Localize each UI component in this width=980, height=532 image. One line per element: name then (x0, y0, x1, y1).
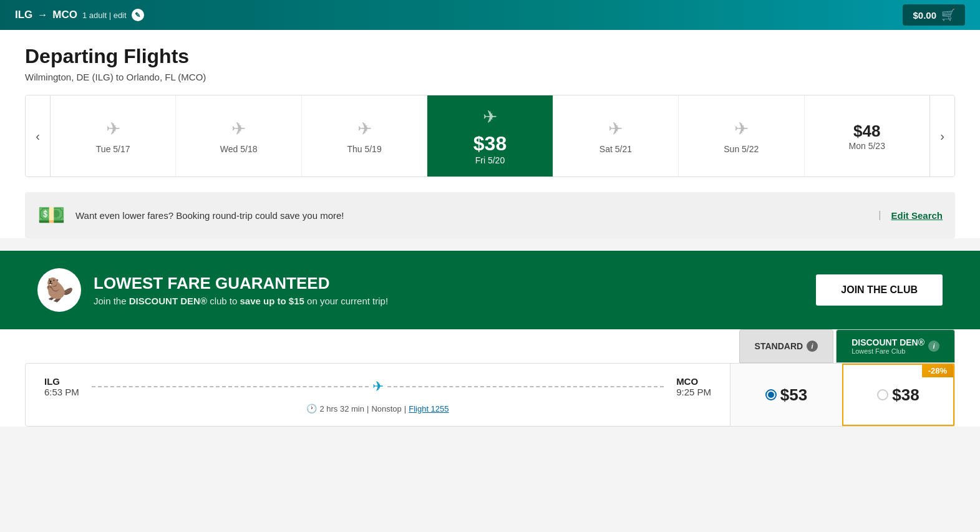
trip-meta: 1 adult | edit (82, 11, 127, 20)
edit-search-link[interactable]: Edit Search (891, 210, 943, 221)
cart-amount: $0.00 (913, 10, 936, 21)
mascot-emoji: 🦫 (46, 277, 74, 303)
flight-stops: Nonstop (371, 404, 401, 414)
promo-desc-mid: club to (210, 296, 240, 306)
origin-code: ILG (15, 9, 32, 21)
dashed-line-left (92, 386, 369, 387)
top-navigation: ILG → MCO 1 adult | edit ✎ $0.00 🛒 (0, 0, 980, 30)
flight-card: ILG 6:53 PM ✈ MCO 9:25 PM 🕐 2 hrs 32 min… (25, 363, 955, 427)
date-cell-5[interactable]: ✈ Sun 5/22 (679, 95, 804, 177)
tab-standard[interactable]: STANDARD i (739, 329, 834, 363)
plane-icon-1: ✈ (231, 118, 246, 139)
date-cell-4[interactable]: ✈ Sat 5/21 (553, 95, 679, 177)
dest-airport: MCO (676, 376, 711, 387)
plane-icon-0: ✈ (106, 118, 120, 139)
date-cell-0[interactable]: ✈ Tue 5/17 (51, 95, 176, 177)
join-club-button[interactable]: JOIN THE CLUB (816, 274, 943, 306)
savings-text: Want even lower fares? Booking round-tri… (75, 210, 868, 221)
plane-icon-5: ✈ (734, 118, 749, 139)
dest-code: MCO (52, 9, 77, 21)
page-subtitle: Wilmington, DE (ILG) to Orlando, FL (MCO… (25, 72, 955, 82)
promo-desc-end: on your current trip! (307, 296, 388, 306)
next-date-button[interactable]: › (929, 95, 954, 177)
discount-info-icon[interactable]: i (928, 341, 939, 352)
date-cells: ✈ Tue 5/17 ✈ Wed 5/18 ✈ Thu 5/19 ✈ $38 F… (51, 95, 929, 177)
date-label-0: Tue 5/17 (96, 144, 130, 154)
standard-info-icon[interactable]: i (807, 341, 818, 352)
origin-time: 6:53 PM (44, 387, 79, 397)
date-label-5: Sun 5/22 (724, 144, 759, 154)
tab-standard-label: STANDARD (755, 341, 803, 351)
standard-price-cell: $53 (730, 364, 842, 426)
origin-info: ILG 6:53 PM (44, 376, 79, 397)
savings-banner: 💵 Want even lower fares? Booking round-t… (25, 192, 955, 238)
prev-date-button[interactable]: ‹ (26, 95, 51, 177)
tab-discount-label: DISCOUNT DEN® (851, 337, 924, 347)
date-cell-2[interactable]: ✈ Thu 5/19 (302, 95, 427, 177)
standard-radio-group: $53 (765, 385, 807, 405)
promo-description: Join the DISCOUNT DEN® club to save up t… (94, 296, 388, 306)
date-label-1: Wed 5/18 (220, 144, 258, 154)
page-title: Departing Flights (25, 45, 955, 68)
promo-text: LOWEST FARE GUARANTEED Join the DISCOUNT… (94, 274, 388, 306)
promo-banner: 🦫 LOWEST FARE GUARANTEED Join the DISCOU… (0, 251, 980, 329)
date-cell-3[interactable]: ✈ $38 Fri 5/20 (427, 95, 553, 177)
dashed-line-right (387, 386, 664, 387)
cart-button[interactable]: $0.00 🛒 (903, 4, 965, 26)
route-display: ILG → MCO 1 adult | edit ✎ (15, 9, 144, 21)
tab-discount-sublabel: Lowest Fare Club (851, 347, 924, 355)
clock-icon: 🕐 (306, 404, 317, 414)
promo-left: 🦫 LOWEST FARE GUARANTEED Join the DISCOU… (37, 268, 388, 312)
discount-price: $38 (892, 385, 919, 405)
discount-price-cell: -28% $38 (842, 364, 954, 426)
promo-mascot: 🦫 (37, 268, 81, 312)
plane-icon-2: ✈ (357, 118, 372, 139)
standard-radio[interactable] (765, 389, 777, 400)
promo-brand: DISCOUNT DEN® (129, 296, 207, 306)
flight-route: ILG 6:53 PM ✈ MCO 9:25 PM (44, 376, 711, 397)
promo-desc-prefix: Join the (94, 296, 129, 306)
tab-discount[interactable]: DISCOUNT DEN® Lowest Fare Club i (836, 329, 955, 363)
plane-icon-3: ✈ (483, 107, 497, 127)
promo-savings: save up to $15 (240, 296, 304, 306)
date-cell-6[interactable]: $48 Mon 5/23 (805, 95, 929, 177)
standard-price: $53 (780, 385, 807, 405)
plane-icon-4: ✈ (608, 118, 623, 139)
fare-tabs: STANDARD i DISCOUNT DEN® Lowest Fare Clu… (25, 329, 955, 363)
date-price-6: $48 (853, 122, 880, 141)
discount-radio[interactable] (877, 389, 888, 400)
edit-icon[interactable]: ✎ (132, 9, 144, 21)
savings-icon: 💵 (37, 202, 65, 228)
date-cell-1[interactable]: ✈ Wed 5/18 (176, 95, 301, 177)
discount-radio-group: $38 (877, 385, 919, 405)
date-label-4: Sat 5/21 (599, 144, 632, 154)
flight-section: STANDARD i DISCOUNT DEN® Lowest Fare Clu… (0, 329, 980, 427)
date-label-3: Fri 5/20 (475, 155, 505, 165)
flight-number-link[interactable]: Flight 1255 (409, 404, 449, 414)
flight-meta: 🕐 2 hrs 32 min | Nonstop | Flight 1255 (44, 404, 711, 414)
cart-icon: 🛒 (941, 8, 955, 22)
flight-stops-sep: | (367, 404, 369, 414)
date-label-6: Mon 5/23 (849, 141, 885, 151)
flight-plane-icon: ✈ (372, 379, 384, 395)
flight-number-sep: | (404, 404, 406, 414)
flight-duration: 2 hrs 32 min (319, 404, 364, 414)
date-price-3: $38 (473, 132, 507, 155)
flight-line: ✈ (92, 379, 664, 395)
dest-info: MCO 9:25 PM (676, 376, 711, 397)
flight-info: ILG 6:53 PM ✈ MCO 9:25 PM 🕐 2 hrs 32 min… (26, 364, 730, 426)
origin-airport: ILG (44, 376, 79, 387)
date-selector: ‹ ✈ Tue 5/17 ✈ Wed 5/18 ✈ Thu 5/19 ✈ $38… (25, 95, 955, 177)
route-arrow: → (37, 9, 47, 21)
promo-title: LOWEST FARE GUARANTEED (94, 274, 388, 293)
savings-separator: | (878, 210, 881, 221)
dest-time: 9:25 PM (676, 387, 711, 397)
main-content: Departing Flights Wilmington, DE (ILG) t… (0, 30, 980, 238)
discount-badge: -28% (922, 364, 953, 377)
date-label-2: Thu 5/19 (347, 144, 381, 154)
